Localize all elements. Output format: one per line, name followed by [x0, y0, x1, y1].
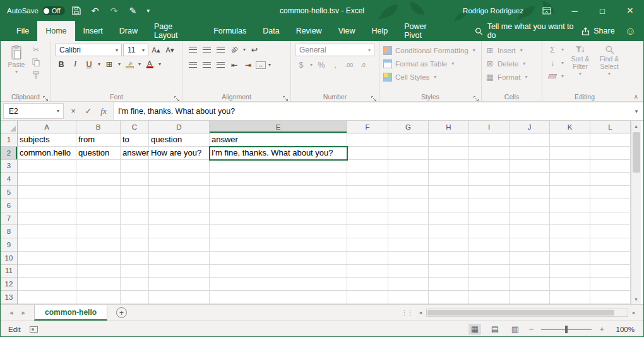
row-header-6[interactable]: 6: [1, 199, 18, 212]
name-box[interactable]: E2 ▾: [3, 103, 64, 119]
row-header-1[interactable]: 1: [1, 133, 18, 147]
decrease-decimal-button[interactable]: .0: [357, 59, 369, 71]
cell-B7[interactable]: [76, 212, 121, 226]
row-header-11[interactable]: 11: [1, 265, 18, 278]
cell-L8[interactable]: [590, 225, 631, 238]
currency-dropdown-icon[interactable]: ▾: [309, 62, 314, 68]
cell-J3[interactable]: [510, 160, 550, 173]
cell-J4[interactable]: [510, 173, 550, 186]
row-header-5[interactable]: 5: [1, 186, 18, 199]
cell-B10[interactable]: [76, 252, 121, 265]
cell-G2[interactable]: [388, 147, 429, 160]
cell-D12[interactable]: [149, 278, 210, 291]
cell-E10[interactable]: [210, 252, 347, 265]
tab-draw[interactable]: Draw: [111, 21, 146, 41]
cell-B11[interactable]: [76, 265, 121, 278]
cell-F8[interactable]: [347, 225, 388, 238]
zoom-level[interactable]: 100%: [612, 326, 635, 333]
cell-G8[interactable]: [388, 225, 429, 238]
tab-view[interactable]: View: [330, 21, 364, 41]
cell-I9[interactable]: [469, 238, 510, 252]
cell-A6[interactable]: [18, 199, 76, 212]
autosave-toggle[interactable]: AutoSave Off: [7, 6, 65, 15]
cell-J1[interactable]: [510, 133, 550, 147]
column-header-I[interactable]: I: [469, 121, 510, 133]
macro-record-icon[interactable]: [30, 326, 38, 333]
cell-J7[interactable]: [510, 212, 550, 226]
cell-H8[interactable]: [429, 225, 469, 238]
cell-H6[interactable]: [429, 199, 469, 212]
merge-center-button[interactable]: ↔: [256, 61, 266, 69]
cell-D13[interactable]: [149, 291, 210, 304]
cell-B3[interactable]: [76, 160, 121, 173]
cell-I5[interactable]: [469, 186, 510, 199]
decrease-indent-button[interactable]: ⇤: [228, 59, 241, 71]
percent-format-button[interactable]: %: [315, 59, 328, 71]
cell-K11[interactable]: [550, 265, 590, 278]
autosum-button[interactable]: Σ ▾: [546, 44, 565, 56]
cell-I1[interactable]: [469, 133, 510, 147]
cell-I7[interactable]: [469, 212, 510, 226]
clipboard-dialog-launcher[interactable]: [42, 93, 49, 99]
cell-H3[interactable]: [429, 160, 469, 173]
cell-L12[interactable]: [590, 278, 631, 291]
cell-C5[interactable]: [121, 186, 149, 199]
cell-F7[interactable]: [347, 212, 388, 226]
increase-indent-button[interactable]: ⇥: [242, 59, 254, 71]
cell-G12[interactable]: [388, 278, 429, 291]
column-header-J[interactable]: J: [510, 121, 550, 133]
cell-E11[interactable]: [210, 265, 347, 278]
minimize-button[interactable]: ─: [561, 1, 588, 21]
cell-I4[interactable]: [469, 173, 510, 186]
cell-C12[interactable]: [121, 278, 149, 291]
cell-G6[interactable]: [388, 199, 429, 212]
clear-button[interactable]: ▾: [546, 70, 565, 82]
cell-A7[interactable]: [18, 212, 76, 226]
cell-B4[interactable]: [76, 173, 121, 186]
font-size-select[interactable]: 11 ▾: [123, 44, 148, 56]
cell-H7[interactable]: [429, 212, 469, 226]
horizontal-scrollbar[interactable]: ◂ ▸: [416, 305, 643, 321]
customize-quick-access-button[interactable]: ▾: [145, 2, 152, 20]
cell-G11[interactable]: [388, 265, 429, 278]
row-header-9[interactable]: 9: [1, 238, 18, 252]
cell-L2[interactable]: [590, 147, 631, 160]
cell-B13[interactable]: [76, 291, 121, 304]
cell-D3[interactable]: [149, 160, 210, 173]
cell-E8[interactable]: [210, 225, 347, 238]
cell-D9[interactable]: [149, 238, 210, 252]
sort-filter-button[interactable]: Sort & Filter ▾: [566, 44, 594, 77]
find-select-button[interactable]: Find & Select ▾: [595, 44, 623, 77]
undo-button[interactable]: ↶: [88, 2, 103, 20]
sheet-tab-common-hello[interactable]: common-hello: [34, 305, 107, 321]
zoom-out-button[interactable]: −: [529, 324, 534, 334]
cell-D8[interactable]: [149, 225, 210, 238]
cell-E5[interactable]: [210, 186, 347, 199]
cell-G4[interactable]: [388, 173, 429, 186]
cell-B2[interactable]: question: [76, 147, 121, 160]
cell-E13[interactable]: [210, 291, 347, 304]
enter-button[interactable]: ✓: [81, 104, 95, 118]
tab-insert[interactable]: Insert: [75, 21, 111, 41]
cell-H1[interactable]: [429, 133, 469, 147]
cell-E2[interactable]: I'm fine, thanks. What about you?: [210, 147, 347, 160]
cell-A10[interactable]: [18, 252, 76, 265]
horizontal-scroll-track[interactable]: [426, 309, 628, 317]
row-header-8[interactable]: 8: [1, 225, 18, 238]
cell-L4[interactable]: [590, 173, 631, 186]
number-format-select[interactable]: General ▾: [295, 44, 374, 56]
paste-dropdown-icon[interactable]: ▾: [14, 69, 19, 75]
cell-E9[interactable]: [210, 238, 347, 252]
scroll-up-icon[interactable]: ▴: [631, 121, 641, 131]
cell-J5[interactable]: [510, 186, 550, 199]
cell-D1[interactable]: question: [149, 133, 210, 147]
fill-color-dropdown-icon[interactable]: ▾: [137, 61, 142, 67]
italic-button[interactable]: I: [69, 58, 81, 70]
tab-splitter-grip[interactable]: ⋮⋮: [397, 309, 416, 317]
cell-A3[interactable]: [18, 160, 76, 173]
cell-I2[interactable]: [469, 147, 510, 160]
cell-B5[interactable]: [76, 186, 121, 199]
column-header-H[interactable]: H: [429, 121, 469, 133]
cell-E7[interactable]: [210, 212, 347, 226]
cell-J8[interactable]: [510, 225, 550, 238]
